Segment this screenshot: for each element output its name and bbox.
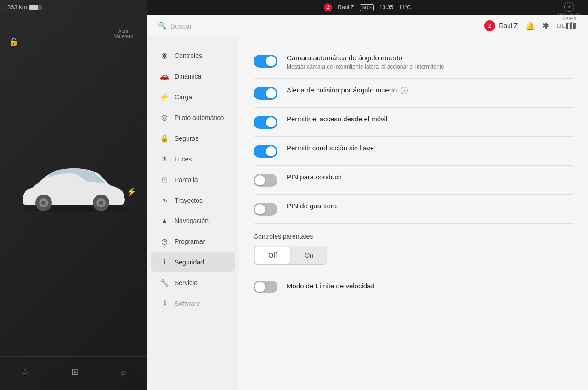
toggle-container-sin-llave [254, 144, 277, 158]
bottom-nav: ☆ ⊞ ⌕ [0, 356, 147, 390]
parental-controls-section: Controles parentales Off On [254, 224, 573, 272]
setting-row-speed-limit: Modo de Límite de velocidad [254, 272, 573, 301]
setting-title-pin-guantera: PIN de guantera [287, 202, 573, 210]
trayectos-icon: ∿ [160, 196, 169, 205]
parental-off-button[interactable]: Off [255, 247, 290, 264]
sidebar-item-seguros[interactable]: 🔒 Seguros [151, 128, 235, 148]
car-panel: 363 km Abrir Maletero 🔓 [0, 0, 147, 390]
toggle-acceso-movil[interactable] [254, 116, 277, 129]
airbag-label: ⊗ PASSENGERAIRBAGON [558, 2, 581, 25]
toggle-container-speed [254, 280, 277, 293]
svg-point-3 [41, 201, 46, 205]
software-icon: ⬇ [160, 299, 169, 308]
user-avatar: Z [484, 20, 495, 31]
settings-content: Cámara automática de ángulo muerto Mostr… [239, 37, 588, 390]
seguridad-label: Seguridad [175, 258, 204, 266]
setting-title-sin-llave: Permitir conducción sin llave [287, 144, 573, 152]
search-button[interactable]: ⌕ [117, 363, 130, 381]
setting-row-pin-conducir: PIN para conducir [254, 166, 573, 195]
sidebar-item-pantalla[interactable]: ⊡ Pantalla [151, 170, 235, 189]
search-icon: 🔍 [158, 22, 167, 30]
setting-title-alerta: Alerta de colisión por ángulo muerto i [287, 86, 573, 95]
battery-bar [29, 5, 42, 10]
favorites-button[interactable]: ☆ [17, 362, 33, 381]
seguridad-icon: ℹ [160, 258, 169, 266]
setting-text-sin-llave: Permitir conducción sin llave [287, 144, 573, 153]
toggle-knob-sin-llave [266, 146, 276, 156]
car-image-area: Abrir Maletero 🔓 ⚡ [0, 14, 147, 356]
carga-icon: ⚡ [160, 92, 169, 101]
piloto-icon: ◎ [160, 113, 169, 122]
programar-icon: ◷ [160, 237, 169, 246]
controles-icon: ◉ [160, 51, 169, 60]
settings-panel: Z Raul Z SOS 13:35 11°C ⊗ PASSENGERAIRBA… [147, 0, 588, 390]
carga-label: Carga [175, 93, 192, 101]
pantalla-icon: ⊡ [160, 175, 169, 184]
lock-icon: 🔓 [9, 37, 18, 46]
toggle-container-alerta [254, 86, 277, 100]
toggle-camara-angulo-muerto[interactable] [254, 55, 277, 68]
km-value: 363 km [7, 4, 27, 11]
parental-toggle-group[interactable]: Off On [254, 246, 327, 265]
time-display: 13:35 [379, 4, 393, 11]
toggle-pin-guantera[interactable] [254, 203, 277, 216]
top-bar-left: 363 km [0, 0, 147, 14]
search-box[interactable]: 🔍 Buscar [158, 22, 192, 30]
controles-label: Controles [175, 52, 202, 59]
sidebar-item-luces[interactable]: ☀ Luces [151, 149, 235, 169]
parental-controls-title: Controles parentales [254, 233, 573, 240]
setting-text-camara: Cámara automática de ángulo muerto Mostr… [287, 54, 573, 71]
sidebar-item-seguridad[interactable]: ℹ Seguridad [151, 252, 235, 272]
toggle-alerta-colision[interactable] [254, 87, 277, 100]
toggle-pin-conducir[interactable] [254, 174, 277, 187]
toggle-knob-alerta [266, 88, 276, 98]
car-svg: ⚡ [9, 149, 138, 222]
svg-point-6 [99, 201, 103, 205]
temp-display: 11°C [399, 4, 411, 11]
dinamica-icon: 🚗 [160, 72, 169, 80]
sidebar-item-piloto[interactable]: ◎ Piloto automático [151, 108, 235, 127]
setting-text-pin-conducir: PIN para conducir [287, 173, 573, 182]
sidebar-item-trayectos[interactable]: ∿ Trayectos [151, 190, 235, 210]
toggle-container-acceso [254, 115, 277, 129]
parental-on-button[interactable]: On [291, 246, 327, 264]
status-bar: Z Raul Z SOS 13:35 11°C ⊗ PASSENGERAIRBA… [147, 0, 588, 15]
dashboard-button[interactable]: ⊞ [68, 362, 83, 381]
setting-row-alerta: Alerta de colisión por ángulo muerto i [254, 79, 573, 108]
toggle-container-pin-guantera [254, 202, 277, 216]
setting-desc-camara: Mostrar cámara de intermitente lateral a… [287, 63, 573, 71]
setting-title-speed: Modo de Límite de velocidad [287, 282, 573, 290]
header: 🔍 Buscar Z Raul Z 🔔 ✱ LTE ▋▋▋ [147, 15, 588, 37]
km-display: 363 km [7, 4, 42, 11]
toggle-knob-pin-guantera [255, 204, 265, 214]
toggle-conduccion-sin-llave[interactable] [254, 145, 277, 158]
sidebar-item-software[interactable]: ⬇ Software [151, 293, 235, 313]
programar-label: Programar [175, 238, 205, 245]
abrir-maletero-label[interactable]: Abrir Maletero [113, 28, 133, 39]
info-icon-alerta[interactable]: i [401, 87, 408, 94]
setting-row-sin-llave: Permitir conducción sin llave [254, 137, 573, 166]
trayectos-label: Trayectos [175, 197, 203, 204]
toggle-container-camara [254, 54, 277, 68]
setting-text-alerta: Alerta de colisión por ángulo muerto i [287, 86, 573, 96]
battery-fill [29, 5, 38, 10]
bluetooth-icon[interactable]: ✱ [543, 21, 549, 31]
sidebar-item-navegacion[interactable]: ▲ Navegación [151, 211, 235, 230]
seguros-label: Seguros [175, 135, 198, 142]
setting-row-acceso: Permitir el acceso desde el móvil [254, 108, 573, 137]
driver-name-status: Raul Z [338, 4, 354, 11]
search-placeholder[interactable]: Buscar [170, 22, 192, 30]
notification-icon[interactable]: 🔔 [525, 21, 535, 31]
sidebar-item-programar[interactable]: ◷ Programar [151, 231, 235, 251]
luces-label: Luces [175, 155, 192, 163]
sidebar-item-servicio[interactable]: 🔧 Servicio [151, 273, 235, 292]
toggle-speed-limit[interactable] [254, 281, 277, 293]
seguros-icon: 🔒 [160, 134, 169, 143]
sidebar-item-controles[interactable]: ◉ Controles [151, 46, 235, 65]
setting-title-acceso: Permitir el acceso desde el móvil [287, 115, 573, 123]
sidebar-item-dinamica[interactable]: 🚗 Dinámica [151, 66, 235, 86]
toggle-knob-pin-conducir [255, 175, 265, 185]
sidebar-item-carga[interactable]: ⚡ Carga [151, 87, 235, 107]
main-content: ◉ Controles 🚗 Dinámica ⚡ Carga ◎ Piloto … [147, 37, 588, 390]
servicio-label: Servicio [175, 279, 198, 287]
